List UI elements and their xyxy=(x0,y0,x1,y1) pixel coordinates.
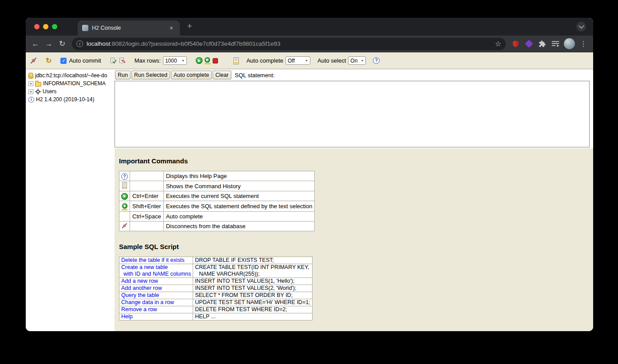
tab-close-icon[interactable]: × xyxy=(167,24,175,32)
history-button[interactable] xyxy=(233,57,239,64)
command-key xyxy=(130,222,164,231)
script-link[interactable]: Add another row xyxy=(121,285,191,292)
commit-icon xyxy=(110,57,117,64)
auto-complete-value: Off xyxy=(288,58,295,64)
run-sql-button[interactable]: Run xyxy=(115,71,131,79)
page-info-icon[interactable]: i xyxy=(76,40,83,47)
tree-node-users[interactable]: + Users xyxy=(28,87,114,95)
forward-button[interactable]: → xyxy=(43,38,55,50)
sample-sql-script-title: Sample SQL Script xyxy=(119,243,589,250)
chevron-down-icon: ▼ xyxy=(305,59,308,62)
empty-icon-cell xyxy=(119,212,130,222)
important-commands-table: ? Displays this Help Page xyxy=(119,171,315,231)
bookmark-star-icon[interactable]: ☆ xyxy=(495,40,501,48)
extensions-puzzle-icon[interactable] xyxy=(536,38,548,50)
command-key xyxy=(130,171,164,181)
expand-icon[interactable]: + xyxy=(28,89,33,94)
run-selected-icon xyxy=(205,57,210,64)
script-link[interactable]: Query the table xyxy=(121,292,191,299)
chevron-down-icon: ▼ xyxy=(360,59,364,62)
tree-node-label: jdbc:h2:tcp://localhost/~/lee-do xyxy=(35,72,107,79)
script-link[interactable]: Delete the table if it exists xyxy=(121,257,191,264)
script-sql: CREATE TABLE TEST(ID INT PRIMARY KEY, NA… xyxy=(193,264,312,278)
run-selected-button[interactable] xyxy=(205,57,210,64)
auto-select-select[interactable]: On ▼ xyxy=(348,56,366,65)
auto-complete-select[interactable]: Off ▼ xyxy=(285,56,310,65)
script-row: Query the table SELECT * FROM TEST ORDER… xyxy=(119,292,313,299)
rollback-button[interactable] xyxy=(119,57,126,64)
script-row: Delete the table if it exists DROP TABLE… xyxy=(119,257,313,264)
auto-commit-checkbox[interactable]: ✓ xyxy=(60,58,67,64)
media-queue-icon[interactable] xyxy=(549,38,562,50)
max-rows-label: Max rows: xyxy=(135,57,161,64)
tree-node-database[interactable]: jdbc:h2:tcp://localhost/~/lee-do xyxy=(28,71,114,79)
window-controls xyxy=(26,24,66,29)
browser-window: H2 Console × + ← → ↻ i localhost:8082/lo… xyxy=(26,18,593,331)
command-text: Executes the current SQL statement xyxy=(163,191,315,201)
script-link[interactable]: with ID and NAME columns xyxy=(121,271,191,277)
disconnect-button[interactable] xyxy=(30,57,37,64)
profile-avatar[interactable] xyxy=(564,38,575,49)
back-button[interactable]: ← xyxy=(29,38,42,50)
rollback-icon xyxy=(119,57,126,64)
zoom-window-button[interactable] xyxy=(52,24,57,29)
script-link[interactable]: Change data in a row xyxy=(121,299,191,306)
run-button[interactable] xyxy=(196,57,202,64)
database-icon xyxy=(28,73,33,79)
clear-sql-button[interactable]: Clear xyxy=(213,71,231,79)
auto-select-value: On xyxy=(350,58,357,64)
purple-extension-icon[interactable] xyxy=(523,38,535,50)
script-sql: DROP TABLE IF EXISTS TEST; xyxy=(193,257,312,264)
script-sql: UPDATE TEST SET NAME='Hi' WHERE ID=1; xyxy=(193,299,312,306)
address-bar[interactable]: i localhost:8082/login.do?jsessionid=b0f… xyxy=(72,38,506,50)
command-text: Disconnects from the database xyxy=(163,222,315,231)
refresh-button[interactable]: ↻ xyxy=(46,57,52,64)
script-row: Add a new row INSERT INTO TEST VALUES(1,… xyxy=(119,278,313,285)
max-rows-select[interactable]: 1000 ▼ xyxy=(163,56,187,65)
tree-node-label: INFORMATION_SCHEMA xyxy=(43,80,106,87)
url-path: :8082/login.do?jsessionid=b0f540e7cf0d73… xyxy=(110,40,280,47)
command-key: Ctrl+Enter xyxy=(130,191,164,201)
query-toolbar: Run Run Selected Auto complete Clear SQL… xyxy=(115,69,593,81)
close-window-button[interactable] xyxy=(34,24,40,29)
script-link[interactable]: Add a new row xyxy=(121,278,191,285)
tab-strip: H2 Console × + xyxy=(26,18,593,36)
h2-console-body: jdbc:h2:tcp://localhost/~/lee-do + INFOR… xyxy=(26,69,593,331)
sample-sql-script-table: Delete the table if it exists DROP TABLE… xyxy=(119,257,313,320)
auto-complete-sql-button[interactable]: Auto complete xyxy=(171,71,212,79)
run-icon xyxy=(119,191,130,201)
history-icon xyxy=(119,181,130,191)
script-link[interactable]: Create a new table xyxy=(121,264,191,271)
new-tab-button[interactable]: + xyxy=(183,20,196,32)
tree-node-information-schema[interactable]: + INFORMATION_SCHEMA xyxy=(28,79,114,87)
url-text: localhost:8082/login.do?jsessionid=b0f54… xyxy=(87,40,491,47)
tab-h2-console[interactable]: H2 Console × xyxy=(78,20,180,36)
auto-complete-label: Auto complete xyxy=(246,57,283,64)
command-key: Ctrl+Space xyxy=(130,212,164,222)
reload-button[interactable]: ↻ xyxy=(56,38,68,50)
sql-statement-label: SQL statement: xyxy=(235,72,275,79)
important-commands-title: Important Commands xyxy=(119,157,589,165)
sql-statement-textarea[interactable] xyxy=(115,81,590,147)
script-sql: SELECT * FROM TEST ORDER BY ID; xyxy=(193,292,312,299)
browser-toolbar: ← → ↻ i localhost:8082/login.do?jsession… xyxy=(26,36,593,52)
script-sql: DELETE FROM TEST WHERE ID=2; xyxy=(193,306,312,313)
tab-search-button[interactable] xyxy=(576,22,586,32)
minimize-window-button[interactable] xyxy=(43,24,48,29)
commit-button[interactable] xyxy=(110,57,117,64)
run-selected-sql-button[interactable]: Run Selected xyxy=(131,71,170,79)
browser-menu-icon[interactable]: ⋮ xyxy=(577,38,590,50)
help-button[interactable]: ? xyxy=(373,57,380,64)
playlist-icon xyxy=(551,40,559,47)
question-icon: ? xyxy=(375,58,378,63)
script-row: Help HELP ... xyxy=(119,313,313,320)
help-icon: ? xyxy=(119,171,130,181)
command-key: Shift+Enter xyxy=(130,201,164,212)
ublock-extension-icon[interactable] xyxy=(509,38,522,50)
command-row: Shows the Command History xyxy=(119,181,315,191)
cancel-button[interactable] xyxy=(213,58,218,63)
expand-icon[interactable]: + xyxy=(28,81,33,86)
script-link[interactable]: Remove a row xyxy=(121,306,191,313)
refresh-icon: ↻ xyxy=(46,57,52,64)
script-link[interactable]: Help xyxy=(121,313,191,320)
